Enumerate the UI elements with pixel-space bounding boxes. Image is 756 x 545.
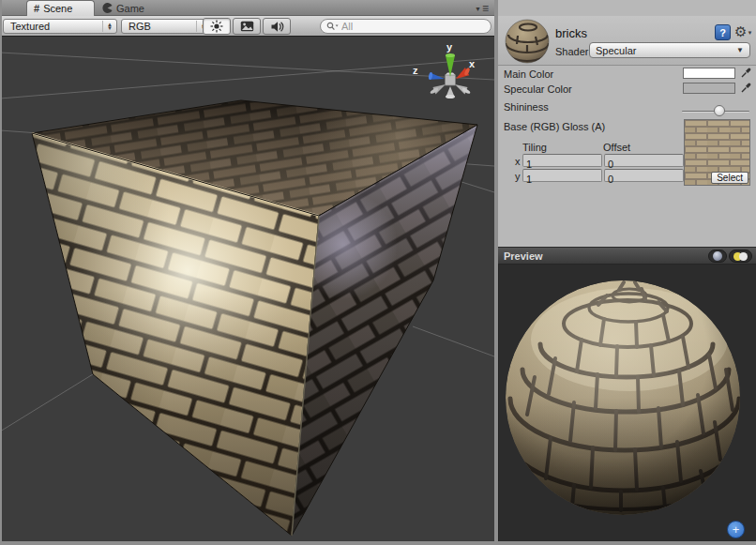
- audio-toggle[interactable]: [263, 18, 291, 35]
- window-edge-bottom: [0, 541, 756, 545]
- offset-y-field[interactable]: [604, 169, 684, 182]
- scene-orientation-gizmo[interactable]: y x z: [413, 41, 476, 98]
- chevron-down-icon: ▼: [736, 46, 744, 54]
- window-edge-left: [0, 0, 2, 545]
- scene-3d-view: y x z: [0, 37, 494, 541]
- shininess-label: Shininess: [504, 101, 549, 113]
- scene-toolbar: Textured ▲▼ RGB ▲▼: [0, 16, 494, 37]
- gizmo-z-label: z: [413, 65, 418, 76]
- material-sphere-thumbnail: [505, 19, 550, 64]
- scene-viewport[interactable]: y x z: [0, 37, 494, 541]
- scene-pane-menu-icon[interactable]: ▼≡: [475, 4, 489, 13]
- chevron-down-icon: ▼: [747, 23, 752, 42]
- specular-color-swatch[interactable]: [683, 83, 735, 94]
- eyedropper-icon[interactable]: [740, 67, 752, 79]
- preview-title: Preview: [498, 250, 543, 262]
- color-mode-value: RGB: [129, 21, 196, 32]
- offset-y-input[interactable]: [605, 174, 683, 185]
- game-pacman-icon: [102, 3, 113, 13]
- shininess-slider-knob[interactable]: [714, 105, 725, 116]
- x-axis-label: x: [515, 156, 521, 167]
- main-color-swatch[interactable]: [683, 68, 735, 79]
- search-icon: [326, 22, 339, 31]
- main-color-label: Main Color: [504, 68, 553, 80]
- panel-splitter[interactable]: [494, 0, 498, 545]
- material-preview-area[interactable]: +: [498, 265, 756, 541]
- scene-grid-icon: #: [34, 3, 39, 14]
- gizmo-x-label: x: [469, 58, 476, 69]
- tiling-header: Tiling: [522, 142, 547, 153]
- base-texture-label: Base (RGB) Gloss (A): [504, 121, 605, 132]
- material-name: bricks: [555, 26, 587, 40]
- speaker-icon: [270, 21, 284, 33]
- tab-game-label: Game: [116, 3, 144, 14]
- eyedropper-icon[interactable]: [740, 82, 752, 94]
- shader-value: Specular: [596, 45, 636, 56]
- shininess-slider[interactable]: [682, 111, 749, 113]
- inspector-panel: i Inspector ▼≡: [498, 0, 756, 541]
- tab-game[interactable]: Game: [102, 0, 144, 16]
- preview-sphere[interactable]: [499, 265, 756, 541]
- preview-lighting-button[interactable]: [729, 250, 752, 263]
- preview-shape-button[interactable]: [708, 250, 727, 263]
- offset-header: Offset: [603, 142, 630, 153]
- image-icon: [240, 21, 254, 32]
- specular-color-label: Specular Color: [504, 83, 572, 95]
- search-input[interactable]: [341, 21, 473, 32]
- material-header: bricks Shader Specular ▼ ? ⚙ ▼: [498, 16, 756, 66]
- gizmo-y-label: y: [446, 41, 453, 53]
- gizmo-z-axis[interactable]: [428, 72, 445, 81]
- gear-icon: ⚙: [734, 23, 747, 40]
- unity-editor-window: # Scene Game ▼≡ Textured ▲▼ RGB ▲▼: [0, 0, 756, 545]
- render-mode-value: Textured: [10, 21, 102, 32]
- tiling-x-field[interactable]: [522, 154, 602, 167]
- texture-slot[interactable]: Select: [684, 119, 750, 186]
- help-button[interactable]: ?: [715, 24, 731, 40]
- shader-dropdown[interactable]: Specular ▼: [589, 42, 750, 58]
- sphere-icon: [713, 251, 722, 261]
- scene-tabstrip: # Scene Game ▼≡: [0, 0, 494, 16]
- light-off-icon: [739, 252, 748, 261]
- inspector-body: bricks Shader Specular ▼ ? ⚙ ▼ Main Colo…: [498, 16, 756, 248]
- tab-scene-label: Scene: [43, 3, 72, 14]
- render-mode-dropdown[interactable]: Textured ▲▼: [3, 19, 117, 34]
- tiling-y-field[interactable]: [522, 169, 602, 182]
- gizmo-negative-axes: [430, 84, 471, 98]
- settings-gear-button[interactable]: ⚙ ▼: [734, 23, 753, 40]
- scene-lighting-toggle[interactable]: [203, 18, 231, 35]
- y-axis-label: y: [515, 171, 521, 182]
- offset-x-field[interactable]: [604, 154, 684, 167]
- add-button[interactable]: +: [727, 521, 745, 538]
- shader-label: Shader: [555, 46, 588, 57]
- updown-arrows-icon: ▲▼: [102, 21, 113, 32]
- scene-search-field[interactable]: [320, 19, 491, 34]
- color-mode-dropdown[interactable]: RGB ▲▼: [121, 19, 211, 34]
- preview-header[interactable]: Preview: [498, 248, 756, 265]
- tab-scene[interactable]: # Scene: [26, 0, 95, 16]
- texture-select-button[interactable]: Select: [711, 172, 748, 184]
- skybox-fx-toggle[interactable]: [233, 18, 261, 35]
- scene-cube[interactable]: [32, 100, 477, 536]
- sun-icon: [210, 20, 223, 33]
- tiling-y-input[interactable]: [523, 174, 601, 185]
